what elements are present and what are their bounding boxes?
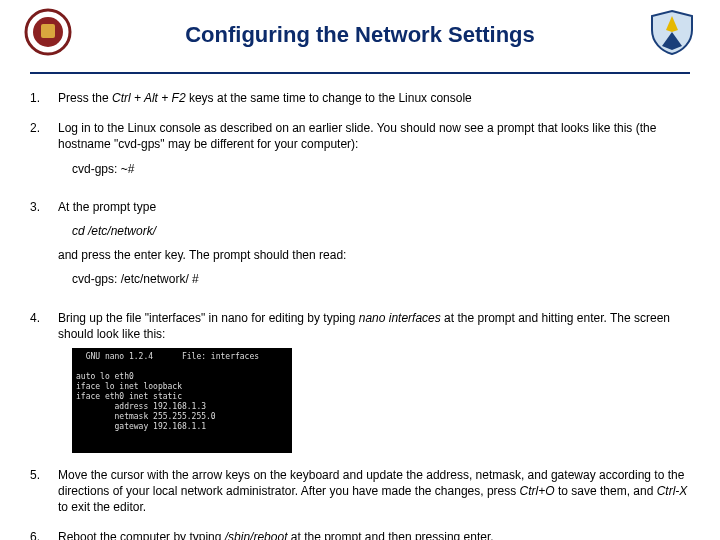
step-3: 3. At the prompt type cd /etc/network/ a… bbox=[30, 199, 690, 296]
command-text: nano interfaces bbox=[359, 311, 441, 325]
instruction-list: 1. Press the Ctrl + Alt + F2 keys at the… bbox=[30, 90, 690, 540]
prompt-text: cvd-gps: ~# bbox=[72, 161, 690, 177]
step-text: keys at the same time to change to the L… bbox=[186, 91, 472, 105]
step-text: Press the bbox=[58, 91, 112, 105]
command-text: cd /etc/network/ bbox=[72, 223, 690, 239]
step-number: 2. bbox=[30, 120, 58, 185]
step-text: Log in to the Linux console as described… bbox=[58, 120, 690, 152]
key-combo: Ctrl-X bbox=[657, 484, 688, 498]
step-text: to exit the editor. bbox=[58, 500, 146, 514]
step-text: Bring up the file "interfaces" in nano f… bbox=[58, 311, 359, 325]
step-number: 5. bbox=[30, 467, 58, 516]
command-text: /sbin/reboot bbox=[225, 530, 288, 540]
page-title: Configuring the Network Settings bbox=[30, 8, 690, 48]
step-text: and press the enter key. The prompt shou… bbox=[58, 247, 690, 263]
key-combo: Ctrl + Alt + F2 bbox=[112, 91, 186, 105]
prompt-text: cvd-gps: /etc/network/ # bbox=[72, 271, 690, 287]
lab-shield-icon bbox=[648, 8, 696, 56]
step-4: 4. Bring up the file "interfaces" in nan… bbox=[30, 310, 690, 453]
step-number: 3. bbox=[30, 199, 58, 296]
step-text: to save them, and bbox=[555, 484, 657, 498]
step-6: 6. Reboot the computer by typing /sbin/r… bbox=[30, 529, 690, 540]
title-rule bbox=[30, 72, 690, 74]
step-text: Reboot the computer by typing bbox=[58, 530, 225, 540]
terminal-screenshot: GNU nano 1.2.4 File: interfaces auto lo … bbox=[72, 348, 292, 453]
university-seal-icon bbox=[24, 8, 72, 56]
step-5: 5. Move the cursor with the arrow keys o… bbox=[30, 467, 690, 516]
key-combo: Ctrl+O bbox=[520, 484, 555, 498]
step-number: 4. bbox=[30, 310, 58, 453]
slide-header: Configuring the Network Settings bbox=[30, 8, 690, 68]
svg-rect-2 bbox=[41, 24, 55, 38]
step-text: at the prompt and then pressing enter. bbox=[287, 530, 493, 540]
step-text: At the prompt type bbox=[58, 199, 690, 215]
step-2: 2. Log in to the Linux console as descri… bbox=[30, 120, 690, 185]
step-1: 1. Press the Ctrl + Alt + F2 keys at the… bbox=[30, 90, 690, 106]
step-number: 1. bbox=[30, 90, 58, 106]
step-number: 6. bbox=[30, 529, 58, 540]
